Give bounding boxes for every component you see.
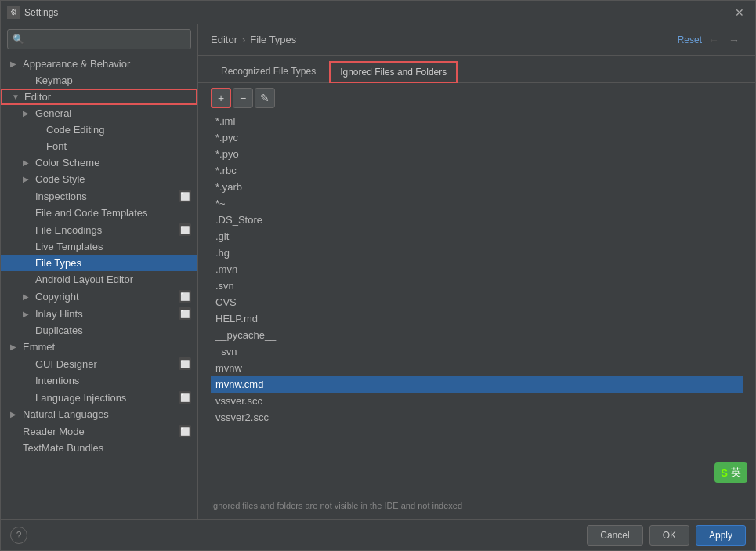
bottom-bar: ? Cancel OK Apply [1,519,755,550]
right-panel: Editor › File Types Reset ← → Recognized… [198,24,755,519]
gui-designer-badge: ⬜ [179,357,191,370]
expand-icon: ▶ [10,60,21,68]
ime-label: 英 [731,466,741,480]
forward-button[interactable]: → [725,32,743,48]
list-item[interactable]: vssver.scc [211,393,743,409]
list-item[interactable]: .mvn ◀ [211,261,743,277]
sidebar-item-language-injections[interactable]: Language Injections ⬜ [1,389,197,406]
sidebar-item-gui-designer[interactable]: GUI Designer ⬜ [1,355,197,372]
sidebar-item-keymap[interactable]: Keymap [1,72,197,89]
close-button[interactable]: ✕ [730,5,749,20]
list-item[interactable]: __pycache__ [211,327,743,343]
list-item[interactable]: vssver2.scc [211,409,743,426]
sidebar-tree: ▶ Appearance & Behavior Keymap ▼ Editor … [1,54,197,519]
action-buttons: Cancel OK Apply [587,525,746,546]
reset-button[interactable]: Reset [678,34,702,45]
status-bar: Ignored files and folders are not visibl… [198,491,755,519]
file-list-container: *.iml ◀ *.pyc *.pyo *.rbc *.yarb *~ .DS_… [198,113,755,491]
search-box[interactable]: 🔍 [7,29,191,49]
sidebar-item-color-scheme[interactable]: ▶ Color Scheme [1,154,197,171]
inspections-badge: ⬜ [179,190,191,202]
sidebar-item-duplicates[interactable]: Duplicates [1,322,197,339]
sidebar-item-live-templates[interactable]: Live Templates [1,238,197,255]
sidebar-item-textmate-bundles[interactable]: TextMate Bundles [1,440,197,456]
tabs-bar: Recognized File Types Ignored Files and … [198,56,755,83]
main-content: 🔍 ▶ Appearance & Behavior Keymap ▼ Edito… [1,24,755,519]
sidebar-item-code-editing[interactable]: Code Editing [1,121,197,138]
file-encodings-badge: ⬜ [179,223,191,236]
expand-icon: ▶ [23,175,34,183]
breadcrumb-current: File Types [250,34,296,45]
panel-header: Editor › File Types Reset ← → [198,24,755,56]
settings-window: ⚙ Settings ✕ 🔍 ▶ Appearance & Behavior K… [0,0,756,551]
expand-icon: ▶ [23,292,34,301]
language-injections-badge: ⬜ [179,391,191,404]
list-item[interactable]: *.pyo [211,146,743,162]
expand-icon: ▶ [10,410,21,419]
title-bar: ⚙ Settings ✕ [1,1,755,24]
sidebar-item-general[interactable]: ▶ General [1,105,197,121]
ime-icon: S [721,467,728,479]
sidebar-item-natural-languages[interactable]: ▶ Natural Languages [1,406,197,422]
sidebar: 🔍 ▶ Appearance & Behavior Keymap ▼ Edito… [1,24,198,519]
inlay-hints-badge: ⬜ [179,307,191,320]
ok-button[interactable]: OK [649,525,689,546]
sidebar-item-appearance[interactable]: ▶ Appearance & Behavior [1,56,197,72]
list-item[interactable]: .DS_Store [211,212,743,228]
sidebar-item-inlay-hints[interactable]: ▶ Inlay Hints ⬜ [1,305,197,322]
add-button[interactable]: + [211,88,231,108]
expand-icon: ▶ [23,310,34,318]
reader-mode-badge: ⬜ [179,425,191,437]
sidebar-item-file-code-templates[interactable]: File and Code Templates [1,205,197,221]
list-item[interactable]: *.yarb [211,179,743,195]
expand-icon: ▶ [23,109,34,118]
list-item[interactable]: *~ [211,195,743,212]
search-input[interactable] [27,34,186,45]
window-title: Settings [24,7,730,18]
list-item[interactable]: .svn [211,277,743,294]
cancel-button[interactable]: Cancel [587,525,642,546]
list-item[interactable]: mvnw ◀ [211,360,743,376]
list-item[interactable]: *.iml ◀ [211,113,743,129]
sidebar-item-font[interactable]: Font [1,138,197,154]
list-item[interactable]: _svn [211,343,743,360]
breadcrumb-separator: › [242,34,245,45]
sidebar-item-file-types[interactable]: File Types [1,255,197,271]
tab-ignored[interactable]: Ignored Files and Folders [329,61,458,83]
expand-icon: ▶ [10,343,21,351]
apply-button[interactable]: Apply [696,525,746,546]
expand-icon: ▼ [12,92,23,101]
sidebar-item-code-style[interactable]: ▶ Code Style [1,171,197,187]
breadcrumb-parent: Editor [211,34,237,45]
list-item[interactable]: .git [211,228,743,245]
copyright-badge: ⬜ [179,290,191,303]
sidebar-item-inspections[interactable]: Inspections ⬜ [1,187,197,205]
ime-badge: S 英 [714,462,747,483]
status-text: Ignored files and folders are not visibl… [211,501,743,510]
sidebar-item-copyright[interactable]: ▶ Copyright ⬜ [1,288,197,305]
edit-button[interactable]: ✎ [255,88,275,108]
breadcrumb: Editor › File Types [211,34,678,45]
tab-recognized[interactable]: Recognized File Types [211,61,326,82]
list-item[interactable]: *.rbc [211,162,743,179]
list-toolbar: + − ✎ [198,83,755,113]
app-icon: ⚙ [7,6,20,19]
list-item[interactable]: CVS [211,294,743,310]
list-item[interactable]: .hg [211,245,743,261]
sidebar-item-emmet[interactable]: ▶ Emmet [1,339,197,355]
sidebar-item-editor[interactable]: ▼ Editor [1,89,197,105]
sidebar-item-file-encodings[interactable]: File Encodings ⬜ [1,221,197,238]
remove-button[interactable]: − [233,88,253,108]
header-actions: Reset ← → [678,32,743,48]
list-item-selected[interactable]: mvnw.cmd ◀ [211,376,743,393]
help-button[interactable]: ? [10,527,27,544]
sidebar-item-intentions[interactable]: Intentions [1,372,197,389]
list-item[interactable]: HELP.md ◀ [211,310,743,327]
sidebar-item-android-layout[interactable]: Android Layout Editor [1,271,197,288]
sidebar-item-reader-mode[interactable]: Reader Mode ⬜ [1,422,197,440]
expand-icon: ▶ [23,158,34,167]
search-icon: 🔍 [13,34,24,45]
back-button[interactable]: ← [705,32,722,48]
file-list: *.iml ◀ *.pyc *.pyo *.rbc *.yarb *~ .DS_… [211,113,743,426]
list-item[interactable]: *.pyc [211,129,743,146]
